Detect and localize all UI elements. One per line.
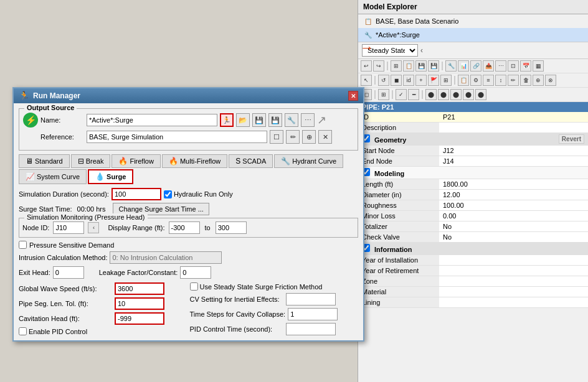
ref-edit-btn[interactable]: ✏	[286, 130, 300, 144]
tab-surge[interactable]: 💧 Surge	[88, 169, 133, 184]
property-table-scroll[interactable]: ID P21 Description Geometry Revert St	[358, 112, 588, 382]
toolbar-separator-6	[392, 90, 393, 99]
more-btn[interactable]: ⋯	[301, 113, 315, 127]
tree-item-active-surge[interactable]: 🔧 *Active*:Surge	[358, 28, 588, 42]
node-id-input[interactable]	[53, 221, 84, 234]
save-as-btn[interactable]: 💾	[268, 113, 282, 127]
tb-calendar[interactable]: 📅	[520, 60, 531, 72]
node-id-arrow-btn[interactable]: ‹	[88, 222, 99, 233]
tb-node5[interactable]: ⬤	[475, 89, 486, 100]
hydraulic-run-only-checkbox[interactable]	[164, 190, 172, 198]
sim-duration-input[interactable]	[111, 188, 161, 200]
tb-chart[interactable]: 📊	[458, 60, 469, 72]
pipe-header: PIPE: P21	[358, 102, 588, 112]
time-steps-input[interactable]	[288, 308, 338, 320]
range-from-input[interactable]	[169, 221, 200, 234]
tb-table[interactable]: 📋	[458, 75, 469, 86]
tb-stop[interactable]: ◼	[391, 75, 402, 86]
tb-more-2[interactable]: ⊡	[508, 60, 519, 72]
year-retire-label: Year of Retirement	[358, 266, 439, 276]
revert-btn[interactable]: Revert	[559, 134, 584, 144]
tb-node4[interactable]: ⬤	[463, 89, 474, 100]
tb-node1[interactable]: ⬤	[425, 89, 437, 100]
tb-more-1[interactable]: ⋯	[495, 60, 506, 72]
section-modeling[interactable]: Modeling	[358, 167, 588, 179]
tb-reload[interactable]: ↺	[378, 75, 389, 86]
dropdown-collapse-icon[interactable]: ‹	[420, 46, 423, 55]
scenario-icon-btn[interactable]: 🏃	[220, 113, 234, 127]
tb-merge[interactable]: ⊗	[545, 75, 556, 86]
reference-input[interactable]	[87, 131, 267, 143]
tb-save-as[interactable]: 💾	[428, 60, 439, 72]
tb-settings[interactable]: ⚙	[470, 75, 481, 86]
tab-multifireflow[interactable]: 🔥 Multi-Fireflow	[162, 154, 227, 168]
tb-link[interactable]: 🔗	[470, 60, 481, 72]
tb-undo[interactable]: ↩	[361, 60, 372, 72]
tb-grid[interactable]: ⊞	[440, 75, 452, 86]
tb-pipe[interactable]: ━	[408, 89, 419, 100]
tb-more-3[interactable]: ▦	[533, 60, 544, 72]
tab-break[interactable]: ⊟ Break	[71, 154, 111, 168]
open-file-btn[interactable]: 📂	[236, 113, 250, 127]
hydraulic-run-only-label: Hydraulic Run Only	[164, 190, 233, 198]
tb-paste[interactable]: 📋	[403, 60, 414, 72]
cv-setting-input[interactable]	[286, 293, 336, 305]
global-wave-speed-input[interactable]	[115, 282, 164, 295]
tab-system-curve[interactable]: 📈 System Curve	[19, 169, 87, 184]
tabs-container: 🖥 Standard ⊟ Break 🔥 Fireflow 🔥 Multi-Fi…	[19, 154, 358, 184]
prop-row-lining: Lining	[358, 297, 588, 308]
material-label: Material	[358, 287, 439, 297]
tb-node3[interactable]: ⬤	[450, 89, 462, 100]
pid-time-input[interactable]	[286, 323, 336, 335]
exit-head-input[interactable]	[53, 266, 84, 279]
prop-row-year-retire: Year of Retirement	[358, 266, 588, 276]
tb-add[interactable]: +	[415, 75, 427, 86]
ref-copy-btn[interactable]: ⊕	[302, 130, 316, 144]
tb-flag[interactable]: 🚩	[428, 75, 439, 86]
tb-copy2[interactable]: ⊕	[533, 75, 544, 86]
tb-copy[interactable]: ⊞	[391, 60, 402, 72]
range-to-input[interactable]	[216, 221, 247, 234]
tb-export[interactable]: 📤	[483, 60, 494, 72]
tb-node2[interactable]: ⬤	[438, 89, 449, 100]
dialog-close-button[interactable]: ✕	[348, 91, 358, 101]
tab-standard[interactable]: 🖥 Standard	[19, 154, 70, 168]
prop-row-zone: Zone	[358, 276, 588, 287]
section-geometry[interactable]: Geometry Revert	[358, 133, 588, 146]
minor-loss-label: Minor Loss	[358, 211, 439, 221]
tb-redo[interactable]: ↪	[373, 60, 384, 72]
tb-id-link[interactable]: id	[403, 75, 414, 86]
tab-hydrant-curve[interactable]: 🔧 Hydrant Curve	[274, 154, 343, 168]
use-steady-state-checkbox[interactable]	[190, 282, 198, 291]
ref-checkbox-btn[interactable]: ☐	[270, 130, 283, 144]
cavitation-head-row: Cavitation Head (ft):	[19, 312, 187, 325]
tab-fireflow[interactable]: 🔥 Fireflow	[111, 154, 161, 168]
enable-pid-checkbox[interactable]	[19, 327, 27, 335]
tree-item-base[interactable]: 📋 BASE, Base Data Scenario	[358, 14, 588, 28]
tb-check[interactable]: ✓	[396, 89, 407, 100]
material-value	[439, 287, 588, 297]
tb-details[interactable]: ≡	[483, 75, 494, 86]
tb-save[interactable]: 💾	[415, 60, 427, 72]
tb-edit[interactable]: ✏	[508, 75, 519, 86]
tab-scada[interactable]: S SCADA	[229, 154, 273, 168]
totalizer-value: No	[439, 221, 588, 232]
roughness-label: Roughness	[358, 200, 439, 211]
leakage-input[interactable]	[180, 266, 211, 279]
cavitation-head-label: Cavitation Head (ft):	[19, 315, 112, 322]
tb-properties[interactable]: 🔧	[445, 60, 457, 72]
properties-btn[interactable]: 🔧	[285, 113, 298, 127]
section-information[interactable]: Information	[358, 243, 588, 255]
ref-delete-btn[interactable]: ✕	[318, 130, 332, 144]
cavitation-head-input[interactable]	[115, 312, 164, 325]
tb-table2[interactable]: ⊞	[378, 89, 389, 100]
pipe-seg-len-input[interactable]	[115, 297, 164, 310]
cursor-icon: ↗	[317, 113, 326, 127]
save-btn[interactable]: 💾	[252, 113, 266, 127]
tb-cursor[interactable]: ↖	[361, 75, 372, 86]
tb-delete[interactable]: 🗑	[520, 75, 531, 86]
tb-move[interactable]: ↕	[495, 75, 506, 86]
surge-right-col: Use Steady State Surge Friction Method C…	[190, 282, 359, 335]
pressure-sensitive-checkbox[interactable]	[19, 241, 27, 249]
name-input[interactable]	[87, 114, 217, 126]
